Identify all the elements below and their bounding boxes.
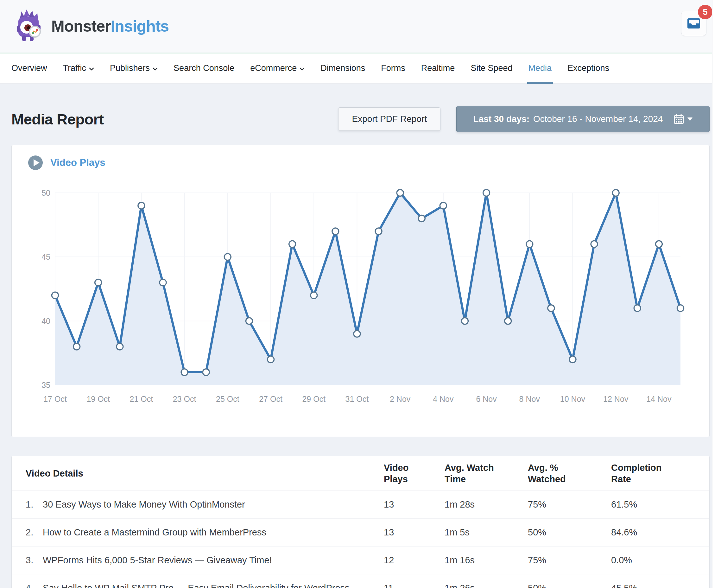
video-plays-line-chart: 3540455017 Oct19 Oct21 Oct23 Oct25 Oct27… xyxy=(12,145,710,437)
cell-avg-pct-watched: 75% xyxy=(528,555,611,566)
monsterinsights-logo-icon xyxy=(14,9,46,44)
nav-item-search-console[interactable]: Search Console xyxy=(173,53,234,83)
row-rank: 3. xyxy=(26,555,43,566)
cell-completion-rate: 61.5% xyxy=(611,499,709,510)
svg-text:8 Nov: 8 Nov xyxy=(519,395,540,403)
table-body: 1. 30 Easy Ways to Make Money With Optin… xyxy=(12,490,709,588)
nav-item-label: Publishers xyxy=(110,63,150,73)
table-header-row: Video Details Video Plays Avg. Watch Tim… xyxy=(12,456,709,490)
video-plays-card: Video Plays 3540455017 Oct19 Oct21 Oct23… xyxy=(12,145,709,437)
svg-text:14 Nov: 14 Nov xyxy=(646,395,672,403)
cell-avg-watch-time: 1m 28s xyxy=(445,499,528,510)
nav-item-label: Traffic xyxy=(63,63,86,73)
svg-text:4 Nov: 4 Nov xyxy=(433,395,454,403)
chevron-down-icon xyxy=(300,67,304,70)
nav-item-traffic[interactable]: Traffic xyxy=(63,53,94,83)
chevron-down-icon xyxy=(153,67,158,70)
nav-item-dimensions[interactable]: Dimensions xyxy=(320,53,365,83)
svg-text:12 Nov: 12 Nov xyxy=(603,395,629,403)
cell-avg-pct-watched: 50% xyxy=(528,527,611,538)
cell-video-plays: 11 xyxy=(384,583,445,588)
cell-video-plays: 12 xyxy=(384,555,445,566)
nav-item-label: Realtime xyxy=(421,63,455,73)
svg-text:40: 40 xyxy=(41,317,50,326)
svg-text:29 Oct: 29 Oct xyxy=(302,395,325,403)
nav-item-label: eCommerce xyxy=(250,63,297,73)
scrollbar-track[interactable] xyxy=(712,0,721,588)
nav-item-realtime[interactable]: Realtime xyxy=(421,53,455,83)
row-rank: 1. xyxy=(26,499,43,510)
nav-item-label: Forms xyxy=(381,63,405,73)
svg-text:10 Nov: 10 Nov xyxy=(560,395,586,403)
column-header-completion-rate: Completion Rate xyxy=(611,462,670,485)
svg-text:35: 35 xyxy=(41,381,50,390)
nav-item-label: Search Console xyxy=(173,63,234,73)
nav-item-publishers[interactable]: Publishers xyxy=(110,53,158,83)
notifications-inbox-button[interactable]: 5 xyxy=(681,11,706,36)
svg-text:23 Oct: 23 Oct xyxy=(173,395,196,403)
nav-item-ecommerce[interactable]: eCommerce xyxy=(250,53,304,83)
cell-avg-watch-time: 1m 26s xyxy=(445,583,528,588)
media-report-page: MonsterInsights 5 OverviewTrafficPublish… xyxy=(0,0,721,588)
table-title: Video Details xyxy=(12,468,384,479)
date-range-label: Last 30 days: xyxy=(473,114,529,124)
nav-item-site-speed[interactable]: Site Speed xyxy=(470,53,512,83)
chevron-down-icon xyxy=(687,118,693,121)
report-nav-tabs: OverviewTrafficPublishersSearch Consolee… xyxy=(0,54,721,84)
svg-text:6 Nov: 6 Nov xyxy=(476,395,497,403)
svg-text:21 Oct: 21 Oct xyxy=(130,395,153,403)
cell-avg-watch-time: 1m 16s xyxy=(445,555,528,566)
svg-text:2 Nov: 2 Nov xyxy=(390,395,411,403)
svg-text:17 Oct: 17 Oct xyxy=(43,395,67,403)
table-row: 1. 30 Easy Ways to Make Money With Optin… xyxy=(12,490,709,518)
svg-text:31 Oct: 31 Oct xyxy=(345,395,369,403)
page-title: Media Report xyxy=(12,110,104,128)
report-content: Media Report Export PDF Report Last 30 d… xyxy=(0,106,721,588)
cell-completion-rate: 84.6% xyxy=(611,527,709,538)
table-row: 2. How to Create a Mastermind Group with… xyxy=(12,518,709,546)
nav-item-label: Site Speed xyxy=(470,63,512,73)
video-title: Say Hello to WP Mail SMTP Pro — Easy Ema… xyxy=(43,583,359,588)
inbox-tray-icon xyxy=(687,18,701,29)
nav-item-label: Overview xyxy=(12,63,47,73)
nav-item-exceptions[interactable]: Exceptions xyxy=(568,53,609,83)
report-header-row: Media Report Export PDF Report Last 30 d… xyxy=(12,106,709,132)
nav-item-overview[interactable]: Overview xyxy=(12,53,47,83)
chevron-down-icon xyxy=(89,67,94,70)
svg-text:19 Oct: 19 Oct xyxy=(86,395,110,403)
export-pdf-button[interactable]: Export PDF Report xyxy=(338,107,441,131)
column-header-video-plays: Video Plays xyxy=(384,462,431,485)
cell-avg-pct-watched: 75% xyxy=(528,499,611,510)
nav-item-forms[interactable]: Forms xyxy=(381,53,405,83)
video-title: How to Create a Mastermind Group with Me… xyxy=(43,527,276,538)
nav-item-label: Media xyxy=(529,63,552,73)
column-header-avg-pct-watched: Avg. % Watched xyxy=(528,462,587,485)
cell-video-plays: 13 xyxy=(384,499,445,510)
cell-avg-pct-watched: 50% xyxy=(528,583,611,588)
nav-item-label: Dimensions xyxy=(320,63,365,73)
svg-text:27 Oct: 27 Oct xyxy=(259,395,282,403)
svg-text:50: 50 xyxy=(41,188,50,197)
date-range-picker[interactable]: Last 30 days: October 16 - November 14, … xyxy=(456,106,709,132)
date-range-value: October 16 - November 14, 2024 xyxy=(533,114,663,124)
calendar-icon xyxy=(674,114,684,124)
table-row: 3. WPForms Hits 6,000 5-Star Reviews — G… xyxy=(12,546,709,574)
row-rank: 2. xyxy=(26,527,43,538)
notification-badge: 5 xyxy=(698,5,713,19)
cell-video-plays: 13 xyxy=(384,527,445,538)
nav-item-label: Exceptions xyxy=(568,63,609,73)
video-title: WPForms Hits 6,000 5-Star Reviews — Give… xyxy=(43,555,281,566)
column-header-avg-watch-time: Avg. Watch Time xyxy=(445,462,503,485)
nav-item-media[interactable]: Media xyxy=(529,53,552,83)
video-details-card: Video Details Video Plays Avg. Watch Tim… xyxy=(12,456,709,588)
svg-text:45: 45 xyxy=(41,252,50,261)
table-row: 4. Say Hello to WP Mail SMTP Pro — Easy … xyxy=(12,574,709,588)
brand-word-dark: Monster xyxy=(51,17,110,35)
cell-avg-watch-time: 1m 5s xyxy=(445,527,528,538)
brand-logo: MonsterInsights xyxy=(14,9,169,44)
app-header: MonsterInsights 5 xyxy=(0,0,721,52)
video-title: 30 Easy Ways to Make Money With OptinMon… xyxy=(43,499,255,510)
brand-wordmark: MonsterInsights xyxy=(51,17,169,36)
brand-word-light: Insights xyxy=(110,17,169,35)
cell-completion-rate: 45.5% xyxy=(611,583,709,588)
